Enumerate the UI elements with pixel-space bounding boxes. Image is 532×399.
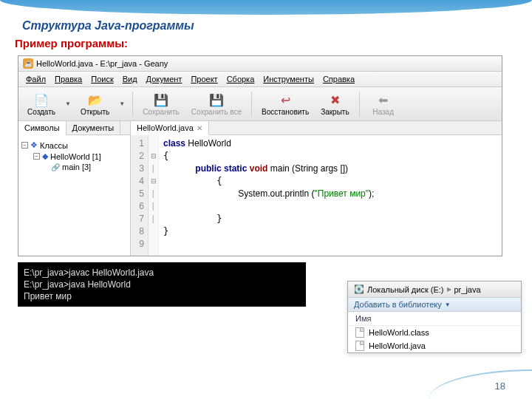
open-button[interactable]: 📂 Открыть	[76, 90, 114, 117]
open-dropdown-arrow-icon[interactable]: ▼	[117, 100, 127, 107]
slide-subtitle: Пример программы:	[0, 35, 532, 54]
menu-search[interactable]: Поиск	[86, 73, 117, 85]
add-to-library-button[interactable]: Добавить в библиотеку ▼	[348, 298, 521, 312]
restore-button[interactable]: ↩ Восстановить	[257, 90, 313, 117]
back-button[interactable]: ⬅ Назад	[365, 90, 402, 117]
console-output: E:\pr_java>javac HelloWorld.javaE:\pr_ja…	[18, 262, 306, 307]
menu-build[interactable]: Сборка	[222, 73, 259, 85]
menu-file[interactable]: Файл	[21, 73, 50, 85]
window-titlebar: ☕ HelloWorld.java - E:\pr_java - Geany	[18, 56, 502, 72]
class-icon: ◆	[42, 151, 48, 161]
menu-view[interactable]: Вид	[118, 73, 142, 85]
menu-help[interactable]: Справка	[318, 73, 359, 85]
page-number: 18	[495, 381, 505, 392]
file-row-class[interactable]: HelloWorld.class	[348, 326, 521, 339]
menu-project[interactable]: Проект	[186, 73, 222, 85]
fold-marker-icon[interactable]: ⊟	[149, 175, 158, 188]
menu-edit[interactable]: Правка	[50, 73, 86, 85]
toolbar-separator	[359, 92, 360, 117]
fold-gutter: ⊟│ ⊟│││	[149, 135, 159, 256]
editor-area: HelloWorld.java ✕ 1 2 3 4 5 6 7 8 9 ⊟│	[131, 121, 502, 256]
symbol-tree: − ❖ Классы − ◆ HelloWorld [1] 🔗 main [3]	[18, 135, 130, 177]
window-title-text: HelloWorld.java - E:\pr_java - Geany	[36, 59, 168, 68]
save-icon: 💾	[153, 92, 169, 108]
create-dropdown-arrow-icon[interactable]: ▼	[63, 100, 73, 107]
tree-node-main[interactable]: 🔗 main [3]	[21, 162, 127, 172]
close-icon: ✖	[327, 92, 343, 108]
disk-icon: 💽	[354, 284, 364, 294]
close-button[interactable]: ✖ Закрыть	[316, 90, 354, 117]
open-folder-icon: 📂	[87, 92, 103, 108]
line-gutter: 1 2 3 4 5 6 7 8 9	[131, 135, 149, 256]
collapse-icon[interactable]: −	[21, 142, 28, 149]
class-group-icon: ❖	[30, 140, 38, 150]
menu-document[interactable]: Документ	[142, 73, 187, 85]
save-all-icon: 💾	[208, 92, 225, 108]
menu-tools[interactable]: Инструменты	[259, 73, 318, 85]
sidebar: Символы Документы − ❖ Классы − ◆ HelloWo…	[18, 121, 131, 256]
fold-marker-icon[interactable]: ⊟	[149, 150, 158, 163]
editor-tabs: HelloWorld.java ✕	[131, 121, 502, 135]
tree-node-helloworld[interactable]: − ◆ HelloWorld [1]	[21, 151, 127, 162]
file-icon	[355, 327, 364, 338]
toolbar: 📄 Создать ▼ 📂 Открыть ▼ 💾 Сохранить 💾 Со…	[18, 87, 502, 121]
code-area[interactable]: 1 2 3 4 5 6 7 8 9 ⊟│ ⊟│││ class HelloWor…	[131, 135, 502, 256]
tree-node-classes[interactable]: − ❖ Классы	[21, 140, 127, 151]
slide-title: Структура Java-программы	[0, 15, 532, 35]
collapse-icon[interactable]: −	[33, 153, 40, 160]
toolbar-separator	[251, 92, 252, 117]
explorer-breadcrumb[interactable]: 💽 Локальный диск (E:) ▶ pr_java	[348, 282, 521, 298]
save-button[interactable]: 💾 Сохранить	[138, 90, 184, 117]
method-icon: 🔗	[51, 163, 60, 171]
code-content[interactable]: class HelloWorld { public static void ma…	[159, 135, 378, 256]
tab-documents[interactable]: Документы	[66, 121, 121, 134]
menu-bar: Файл Правка Поиск Вид Документ Проект Сб…	[18, 72, 502, 87]
back-arrow-icon: ⬅	[375, 92, 392, 108]
save-all-button[interactable]: 💾 Сохранить все	[187, 90, 246, 117]
slide-header-decoration	[0, 0, 532, 15]
file-icon	[355, 341, 364, 351]
file-row-java[interactable]: HelloWorld.java	[348, 339, 521, 352]
slide-decoration-arc	[429, 369, 532, 399]
close-tab-icon[interactable]: ✕	[197, 124, 202, 132]
breadcrumb-separator-icon: ▶	[447, 286, 451, 293]
editor-tab-helloworld[interactable]: HelloWorld.java ✕	[131, 121, 209, 135]
sidebar-tabs: Символы Документы	[18, 121, 130, 135]
chevron-down-icon: ▼	[445, 301, 451, 308]
create-button[interactable]: 📄 Создать	[23, 90, 60, 117]
tab-symbols[interactable]: Символы	[18, 121, 66, 135]
ide-body: Символы Документы − ❖ Классы − ◆ HelloWo…	[18, 121, 502, 256]
app-icon: ☕	[23, 58, 33, 69]
toolbar-separator	[132, 92, 133, 117]
file-explorer-window: 💽 Локальный диск (E:) ▶ pr_java Добавить…	[347, 281, 522, 353]
geany-ide-window: ☕ HelloWorld.java - E:\pr_java - Geany Ф…	[18, 55, 502, 256]
new-file-icon: 📄	[33, 92, 50, 108]
restore-icon: ↩	[277, 92, 293, 108]
column-header-name[interactable]: Имя	[348, 312, 521, 326]
